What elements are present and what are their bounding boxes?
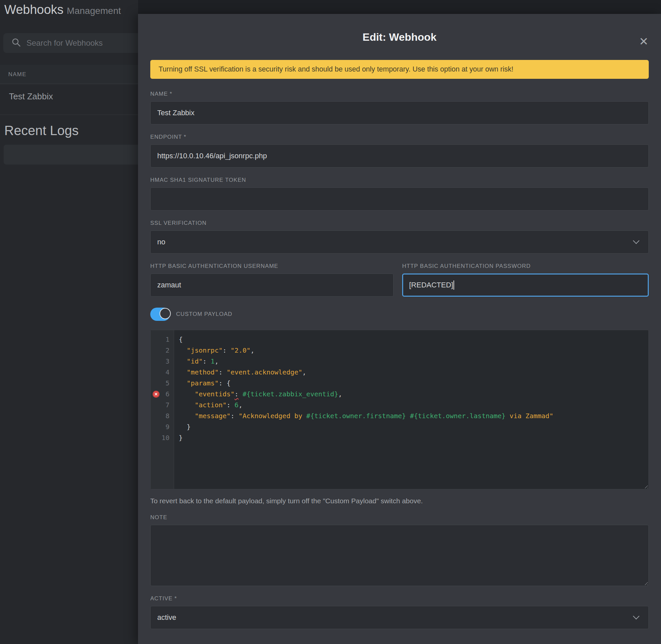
modal-title: Edit: Webhook <box>150 31 649 43</box>
hmac-token-field[interactable] <box>150 187 649 211</box>
basic-auth-password-label: HTTP BASIC AUTHENTICATION PASSWORD <box>402 263 649 270</box>
custom-payload-label: CUSTOM PAYLOAD <box>176 311 232 318</box>
webhooks-table-header: NAME <box>0 65 149 84</box>
code-line: 10} <box>150 432 648 443</box>
basic-auth-password-field[interactable]: [REDACTED] <box>402 274 649 297</box>
page-title-main: Webhooks <box>4 3 64 17</box>
text-cursor <box>453 280 454 290</box>
code-line: 5 "params": { <box>150 378 648 389</box>
hmac-token-label: HMAC SHA1 SIGNATURE TOKEN <box>150 177 649 183</box>
close-icon[interactable]: ✕ <box>639 36 649 47</box>
editor-resize-handle[interactable] <box>643 484 648 488</box>
active-select[interactable]: active <box>150 606 649 629</box>
code-line: 2 "jsonrpc": "2.0", <box>150 345 648 356</box>
page-title: WebhooksManagement <box>4 3 121 17</box>
name-label: NAME * <box>150 91 649 97</box>
ssl-warning-banner: Turning off SSL verification is a securi… <box>150 60 649 79</box>
payload-hint: To revert back to the default payload, s… <box>150 497 649 505</box>
ssl-warning-text: Turning off SSL verification is a securi… <box>159 65 513 73</box>
payload-code-editor[interactable]: 1{2 "jsonrpc": "2.0",3 "id": 1,4 "method… <box>150 330 649 489</box>
code-line: 8 "message": "Acknowledged by #{ticket.o… <box>150 411 648 421</box>
code-line: 6✕ "eventids": #{ticket.zabbix_eventid}, <box>150 389 648 400</box>
ssl-verification-select[interactable]: no <box>150 230 649 254</box>
code-line: 3 "id": 1, <box>150 356 648 367</box>
code-line: 7 "action": 6, <box>150 400 648 411</box>
edit-webhook-modal: ✕ Edit: Webhook Turning off SSL verifica… <box>138 14 661 644</box>
note-label: NOTE <box>150 514 649 521</box>
search-icon <box>11 38 21 49</box>
recent-logs-empty-row <box>4 145 149 165</box>
custom-payload-toggle[interactable] <box>150 307 170 321</box>
code-line: 4 "method": "event.acknowledge", <box>150 367 648 378</box>
page-title-sub: Management <box>67 6 121 16</box>
toggle-knob <box>160 308 171 319</box>
endpoint-field[interactable] <box>150 144 649 167</box>
chevron-down-icon <box>633 237 639 244</box>
code-line: 1{ <box>150 334 648 345</box>
ssl-verification-label: SSL VERIFICATION <box>150 220 649 227</box>
payload-editor-lines: 1{2 "jsonrpc": "2.0",3 "id": 1,4 "method… <box>150 330 648 443</box>
name-column-header: NAME <box>8 71 26 78</box>
search-placeholder: Search for Webhooks <box>26 39 102 48</box>
name-field[interactable] <box>150 101 649 124</box>
webhook-search-input[interactable]: Search for Webhooks <box>3 33 149 53</box>
code-line: 9 } <box>150 421 648 432</box>
endpoint-label: ENDPOINT * <box>150 134 649 140</box>
basic-auth-username-label: HTTP BASIC AUTHENTICATION USERNAME <box>150 263 394 270</box>
active-value: active <box>157 613 176 622</box>
error-icon: ✕ <box>152 391 160 398</box>
active-label: ACTIVE * <box>150 595 649 602</box>
table-row[interactable]: Test Zabbix <box>0 84 149 115</box>
basic-auth-username-field[interactable] <box>150 274 394 297</box>
note-resize-handle[interactable] <box>643 580 648 585</box>
basic-auth-password-value: [REDACTED] <box>409 281 453 290</box>
ssl-verification-value: no <box>157 238 165 246</box>
recent-logs-title: Recent Logs <box>4 123 79 138</box>
modal-backdrop <box>138 0 661 14</box>
note-field[interactable] <box>150 525 649 586</box>
chevron-down-icon <box>633 613 639 620</box>
